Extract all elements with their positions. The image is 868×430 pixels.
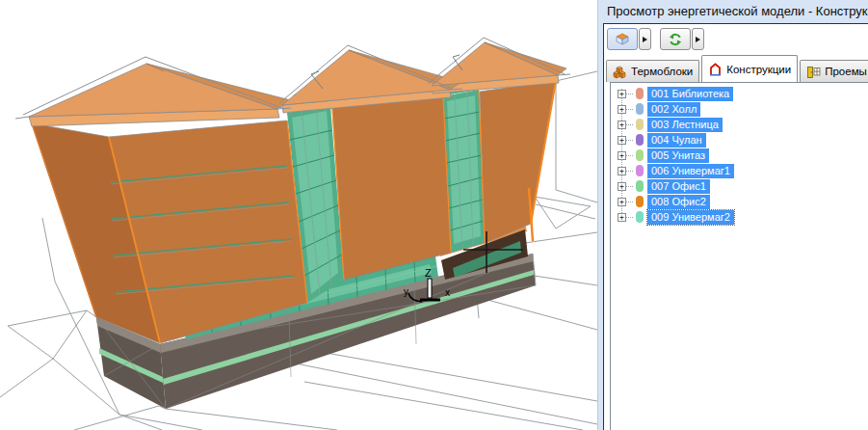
zone-color-icon bbox=[636, 88, 644, 99]
zone-color-icon bbox=[636, 134, 644, 146]
refresh-dropdown[interactable] bbox=[692, 28, 704, 50]
zone-color-icon bbox=[636, 165, 644, 176]
arrow-right-icon bbox=[643, 37, 647, 42]
tab-label: Конструкции bbox=[726, 64, 791, 75]
tab-label: Проемы bbox=[825, 66, 867, 77]
tab-proemy[interactable]: Проемы bbox=[800, 60, 868, 82]
tree-item[interactable]: + 002 Холл bbox=[611, 101, 868, 117]
tree-item[interactable]: + 001 Библиотека bbox=[611, 86, 868, 101]
thermoblocks-icon bbox=[613, 65, 627, 79]
tree-dots bbox=[626, 186, 633, 187]
app-window: Z x y Просмотр энергетической модели - К… bbox=[0, 0, 868, 430]
tree-dots bbox=[626, 94, 633, 94]
tree-item-label[interactable]: 006 Универмаг1 bbox=[647, 164, 734, 178]
model-viewer-panel: Просмотр энергетической модели - Констру… bbox=[597, 0, 868, 430]
tree-item-label[interactable]: 002 Холл bbox=[647, 102, 700, 117]
axis-x-label: x bbox=[445, 287, 450, 298]
expand-icon[interactable]: + bbox=[618, 105, 626, 114]
recycle-icon bbox=[668, 32, 683, 47]
arrow-right-icon bbox=[696, 37, 700, 42]
expand-icon[interactable]: + bbox=[618, 136, 626, 145]
tree-item-label[interactable]: 008 Офис2 bbox=[647, 195, 710, 209]
zone-color-icon bbox=[636, 211, 644, 223]
zone-color-icon bbox=[636, 196, 644, 207]
tree-item-label[interactable]: 009 Универмаг2 bbox=[647, 210, 734, 225]
tree-item[interactable]: + 007 Офис1 bbox=[611, 178, 868, 194]
tree-item[interactable]: + 008 Офис2 bbox=[611, 194, 868, 209]
tree-dots bbox=[626, 171, 633, 172]
tree-item[interactable]: + 009 Универмаг2 bbox=[611, 209, 868, 225]
tab-label: Термоблоки bbox=[631, 66, 693, 77]
tree-dots bbox=[626, 140, 633, 141]
building-model bbox=[15, 38, 570, 409]
openings-icon bbox=[806, 65, 821, 79]
tree-item-label[interactable]: 003 Лестница bbox=[647, 118, 723, 132]
energy-model-scene: Z x y bbox=[0, 0, 597, 430]
tree-dots bbox=[626, 124, 633, 125]
tree-dots bbox=[626, 155, 633, 156]
expand-icon[interactable]: + bbox=[618, 151, 626, 160]
expand-icon[interactable]: + bbox=[618, 213, 626, 222]
tab-strip: Термоблоки Конструкции bbox=[606, 55, 868, 82]
panel-inner: Термоблоки Конструкции bbox=[603, 23, 868, 430]
tab-konstruktsii[interactable]: Конструкции bbox=[701, 55, 798, 82]
3d-viewport[interactable]: Z x y bbox=[0, 0, 597, 430]
tab-termobloki[interactable]: Термоблоки bbox=[606, 60, 699, 82]
tree-dots bbox=[626, 202, 633, 202]
axis-y-label: y bbox=[404, 286, 408, 297]
display-mode-button[interactable] bbox=[607, 28, 638, 50]
tree-item-label[interactable]: 004 Чулан bbox=[647, 133, 706, 148]
tree-item-label[interactable]: 007 Офис1 bbox=[647, 179, 710, 194]
constructions-tree[interactable]: + 001 Библиотека + 002 Холл + 003 Лестни… bbox=[610, 82, 868, 430]
box-3d-icon bbox=[614, 32, 631, 46]
tree-item-label[interactable]: 001 Библиотека bbox=[647, 87, 733, 101]
tree-item[interactable]: + 004 Чулан bbox=[611, 132, 868, 148]
zone-color-icon bbox=[636, 119, 644, 130]
tree-dots bbox=[626, 109, 633, 110]
window-title: Просмотр энергетической модели - Констру… bbox=[607, 4, 868, 18]
zone-color-icon bbox=[636, 103, 644, 115]
zone-color-icon bbox=[636, 180, 644, 192]
expand-icon[interactable]: + bbox=[618, 198, 626, 206]
tree-item[interactable]: + 003 Лестница bbox=[611, 117, 868, 132]
expand-icon[interactable]: + bbox=[618, 90, 626, 98]
refresh-button[interactable] bbox=[660, 28, 691, 50]
toolbar bbox=[607, 26, 704, 52]
constructions-icon bbox=[708, 62, 723, 77]
display-mode-dropdown[interactable] bbox=[639, 28, 651, 50]
tree-item[interactable]: + 005 Унитаз bbox=[611, 148, 868, 163]
expand-icon[interactable]: + bbox=[618, 167, 626, 175]
zone-color-icon bbox=[636, 149, 644, 161]
tree-dots bbox=[626, 217, 633, 218]
expand-icon[interactable]: + bbox=[618, 182, 626, 191]
axis-z-label: Z bbox=[425, 267, 432, 279]
tree-item-label[interactable]: 005 Унитаз bbox=[647, 148, 709, 163]
expand-icon[interactable]: + bbox=[618, 121, 626, 129]
tree-item[interactable]: + 006 Универмаг1 bbox=[611, 163, 868, 178]
